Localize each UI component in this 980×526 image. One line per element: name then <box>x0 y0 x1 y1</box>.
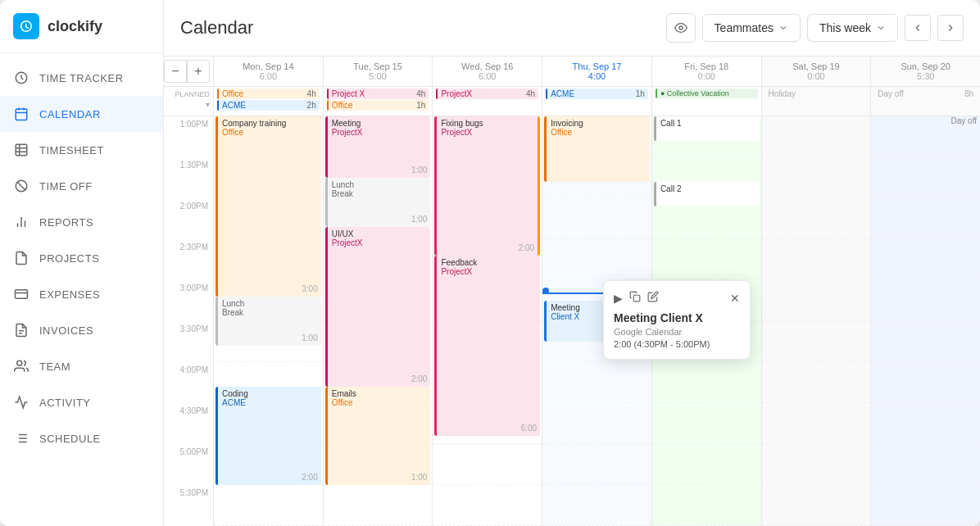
sidebar-item-reports[interactable]: REPORTS <box>0 204 163 240</box>
event-invoicing[interactable]: Invoicing Office <box>544 116 650 182</box>
sidebar-item-calendar[interactable]: CALENDAR <box>0 96 163 132</box>
app-window: clockify TIME TRACKER CALENDAR <box>0 0 980 526</box>
planned-day-sat: Holiday <box>761 87 871 116</box>
day-name-sun: Sun, Sep 20 <box>878 61 973 71</box>
team-icon <box>13 358 29 374</box>
event-meeting-projectx[interactable]: Meeting ProjectX 1:00 <box>325 116 431 178</box>
invoices-icon <box>13 322 29 338</box>
sidebar-item-team[interactable]: TEAM <box>0 348 163 384</box>
reports-icon <box>13 214 29 230</box>
eye-button[interactable] <box>666 13 696 43</box>
popup-edit-button[interactable] <box>647 291 659 305</box>
nav-label-calendar: CALENDAR <box>39 108 101 120</box>
svg-point-18 <box>17 360 22 365</box>
page-title: Calendar <box>180 17 656 39</box>
day-header-fri: Fri, Sep 18 0:00 <box>651 57 761 86</box>
day-hours-mon: 6:00 <box>220 71 316 81</box>
sidebar-item-invoices[interactable]: INVOICES <box>0 312 163 348</box>
day-name-mon: Mon, Sep 14 <box>220 61 316 71</box>
popup-copy-button[interactable] <box>629 291 641 305</box>
day-hours-fri: 0:00 <box>659 71 755 81</box>
teammates-dropdown[interactable]: Teammates <box>702 14 801 42</box>
svg-rect-26 <box>633 295 640 302</box>
event-feedback[interactable]: Feedback ProjectX 6:00 <box>434 256 540 436</box>
planned-text: PLANNED <box>175 90 210 98</box>
nav-label-reports: REPORTS <box>39 216 93 229</box>
teammates-label: Teammates <box>715 21 774 34</box>
time-label-230pm: 2:30PM <box>164 239 213 280</box>
nav-label-invoices: INVOICES <box>39 324 93 337</box>
day-name-tue: Tue, Sep 15 <box>330 61 426 71</box>
sidebar-item-activity[interactable]: ACTIVITY <box>0 384 163 420</box>
event-fixing-bugs[interactable]: Fixing bugs ProjectX 2:00 <box>434 116 540 256</box>
this-week-label: This week <box>819 21 871 34</box>
planned-day-mon: Office4h ACME2h <box>213 87 323 116</box>
planned-event[interactable]: ProjectX4h <box>436 88 538 99</box>
sidebar-item-schedule[interactable]: SCHEDULE <box>0 420 163 456</box>
planned-event[interactable]: ACME1h <box>546 88 648 99</box>
event-coding[interactable]: Coding ACME 2:00 <box>216 387 321 485</box>
event-lunch-break-mon[interactable]: Lunch Break 1:00 <box>216 297 321 346</box>
popup-play-button[interactable]: ▶ <box>614 292 623 305</box>
svg-point-25 <box>679 26 683 29</box>
day-name-wed: Wed, Sep 16 <box>439 61 535 71</box>
next-week-button[interactable] <box>937 15 964 41</box>
event-call1[interactable]: Call 1 <box>654 116 760 141</box>
time-label-130pm: 1:30PM <box>164 157 213 198</box>
activity-icon <box>13 394 29 410</box>
planned-label: PLANNED ▾ <box>164 87 213 116</box>
nav-label-expenses: EXPENSES <box>39 288 100 301</box>
day-header-wed: Wed, Sep 16 6:00 <box>432 57 542 86</box>
sidebar-item-timesheet[interactable]: TIMESHEET <box>0 132 163 168</box>
clock-icon <box>13 70 29 86</box>
schedule-icon <box>13 430 29 447</box>
nav-label-projects: PROJECTS <box>39 252 99 265</box>
nav-label-timesheet: TIMESHEET <box>39 144 104 156</box>
day-hours-wed: 6:00 <box>439 71 535 81</box>
popup-title: Meeting Client X <box>614 311 740 324</box>
this-week-dropdown[interactable]: This week <box>807 14 898 42</box>
time-label-1pm: 1:00PM <box>164 116 213 157</box>
zoom-in-button[interactable]: + <box>187 60 210 83</box>
sidebar-item-time-off[interactable]: TIME OFF <box>0 168 163 204</box>
event-emails[interactable]: Emails Office 1:00 <box>325 387 431 485</box>
day-name-sat: Sat, Sep 19 <box>769 61 864 71</box>
sidebar-item-time-tracker[interactable]: TIME TRACKER <box>0 60 163 96</box>
planned-event[interactable]: Office4h <box>217 88 320 99</box>
time-label-2pm: 2:00PM <box>164 198 213 239</box>
popup-close-button[interactable]: ✕ <box>730 292 740 305</box>
time-labels: 1:00PM 1:30PM 2:00PM 2:30PM 3:00PM 3:30P… <box>164 116 213 526</box>
event-uiux[interactable]: UI/UX ProjectX 2:00 <box>325 227 431 387</box>
timesheet-icon <box>13 142 29 158</box>
sidebar-item-expenses[interactable]: EXPENSES <box>0 276 163 312</box>
zoom-out-button[interactable]: − <box>164 60 187 83</box>
logo-area: clockify <box>0 0 163 53</box>
planned-event[interactable]: Project X4h <box>327 88 429 99</box>
sidebar-item-projects[interactable]: PROJECTS <box>0 240 163 276</box>
time-label-3pm: 3:00PM <box>164 280 213 321</box>
day-column-tue: Meeting ProjectX 1:00 ProjectX Lunch Bre… <box>323 116 433 526</box>
sidebar-nav: TIME TRACKER CALENDAR TIMESHEET <box>0 53 163 463</box>
day-column-sat <box>761 116 871 526</box>
event-company-training[interactable]: Company training Office 3:00 <box>216 116 321 297</box>
event-call2[interactable]: Call 2 <box>654 182 760 206</box>
expenses-icon <box>13 286 29 302</box>
event-lunch-break-tue[interactable]: Lunch Break 1:00 <box>325 178 431 227</box>
day-hours-sun: 5:30 <box>878 71 973 81</box>
time-off-icon <box>13 178 29 194</box>
planned-event[interactable]: ACME2h <box>217 100 320 111</box>
prev-week-button[interactable] <box>905 15 931 41</box>
planned-day-fri: ● Collective Vacation <box>651 87 761 116</box>
planned-day-thu: ACME1h <box>542 87 651 116</box>
planned-event: Day off8h <box>874 88 977 99</box>
day-header-thu: Thu, Sep 17 4:00 <box>542 57 651 86</box>
collapse-button[interactable]: ▾ <box>206 100 210 109</box>
planned-event[interactable]: ● Collective Vacation <box>656 88 758 98</box>
time-label-5pm: 5:00PM <box>164 444 213 485</box>
sidebar: clockify TIME TRACKER CALENDAR <box>0 0 164 526</box>
svg-rect-1 <box>16 109 27 120</box>
calendar-area: − + Mon, Sep 14 6:00 Tue, Sep 15 5:00 We… <box>164 57 980 526</box>
planned-event[interactable]: Office1h <box>327 100 429 111</box>
header: Calendar Teammates This week <box>164 0 980 57</box>
day-hours-thu: 4:00 <box>549 71 645 81</box>
